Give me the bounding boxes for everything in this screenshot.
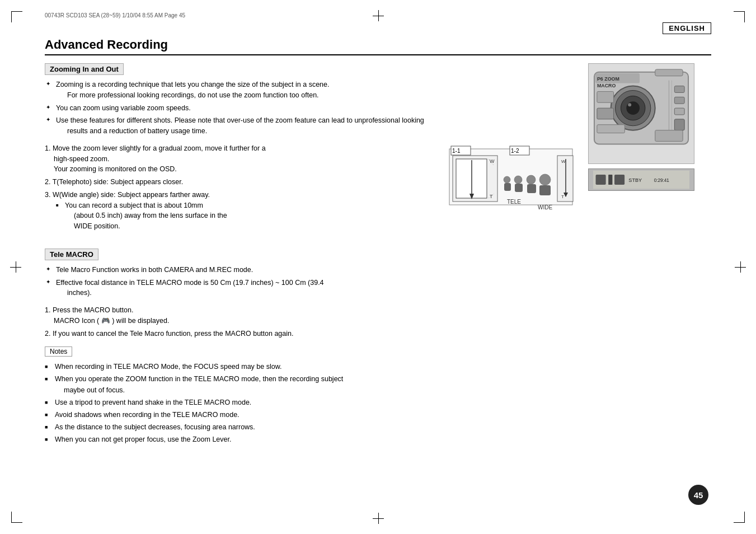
note-3: Use a tripod to prevent hand shake in th… [45,397,577,408]
zooming-bullets: Zooming is a recording technique that le… [45,79,577,137]
svg-rect-39 [674,108,684,115]
zoom-numbered-list: 1. Move the zoom lever slightly for a gr… [45,143,439,232]
lcd-svg: STBY 0:29:41 [593,170,689,190]
svg-text:TELE: TELE [507,199,521,205]
svg-text:W: W [561,159,566,164]
note-4: Avoid shadows when recording in the TELE… [45,409,577,420]
note-5: As the distance to the subject decreases… [45,421,577,433]
svg-text:T: T [561,194,564,199]
tele-macro-header: Tele MACRO [45,249,98,260]
note-1: When recording in TELE MACRO Mode, the F… [45,361,577,372]
svg-point-14 [514,176,522,184]
tele-macro-step-1: 1. Press the MACRO button. MACRO Icon ( … [45,305,577,326]
file-info: 00743R SCD103 SEA (28~59) 1/10/04 8:55 A… [45,12,185,18]
svg-text:T: T [490,194,493,199]
zoom-diagram-container: 1-1 1-2 W T [448,143,577,240]
zooming-header: Zooming In and Out [45,63,124,75]
svg-point-33 [628,103,631,106]
note-6: When you can not get proper focus, use t… [45,434,577,445]
tele-macro-step-2: 2. If you want to cancel the Tele Macro … [45,329,577,339]
zoom-bullet-3: Use these features for different shots. … [45,115,577,137]
zoom-bullet-1: Zooming is a recording technique that le… [45,79,577,101]
svg-rect-50 [608,175,612,185]
tele-macro-bullet-1: Tele Macro Function works in both CAMERA… [45,265,577,275]
tele-macro-bullet-2: Effective focal distance in TELE MACRO m… [45,278,577,299]
svg-text:1-2: 1-2 [511,148,519,154]
svg-point-32 [626,101,640,115]
page-number-badge: 45 [688,485,708,505]
svg-rect-19 [527,184,536,193]
svg-rect-37 [674,86,684,93]
svg-rect-17 [504,183,511,191]
language-badge: ENGLISH [663,22,711,34]
lcd-strip: STBY 0:29:41 [588,168,694,191]
tele-macro-section: Tele MACRO Tele Macro Function works in … [45,249,577,339]
svg-rect-45 [597,108,614,119]
svg-rect-49 [596,175,606,185]
svg-rect-40 [674,119,684,130]
notes-header: Notes [45,346,72,357]
svg-rect-46 [597,125,624,133]
svg-text:P6 ZOOM: P6 ZOOM [597,76,619,82]
svg-rect-47 [655,130,683,142]
svg-rect-18 [515,184,523,192]
notes-list: When recording in TELE MACRO Mode, the F… [45,361,577,445]
note-2: When you operate the ZOOM function in th… [45,373,577,396]
zoom-step-3: 3. W(Wide angle) side: Subject appears f… [45,190,439,232]
svg-point-16 [539,174,551,185]
notes-section: Notes When recording in TELE MACRO Mode,… [45,346,577,445]
zoom-bullet-2: You can zoom using variable zoom speeds. [45,103,577,114]
right-column: P6 ZOOM MACRO [588,63,711,451]
svg-rect-38 [674,97,684,104]
zoom-sub-item: You can record a subject that is about 1… [56,200,439,232]
zoom-step-2: 2. T(Telephoto) side: Subject appears cl… [45,177,439,188]
zooming-section: Zooming In and Out Zooming is a recordin… [45,63,577,240]
zoom-step-1: 1. Move the zoom lever slightly for a gr… [45,143,439,175]
svg-point-13 [504,176,510,183]
svg-rect-20 [539,185,551,195]
svg-rect-41 [655,69,683,76]
zoom-sub-list: You can record a subject that is about 1… [56,200,439,232]
left-column: Zooming In and Out Zooming is a recordin… [45,63,577,451]
tele-macro-bullets: Tele Macro Function works in both CAMERA… [45,265,577,298]
svg-text:WIDE: WIDE [538,204,552,210]
camera-svg: P6 ZOOM MACRO [589,64,694,163]
svg-text:0:29:41: 0:29:41 [654,178,670,183]
svg-rect-44 [597,91,614,102]
svg-text:1-1: 1-1 [452,148,461,154]
svg-text:STBY: STBY [628,177,642,183]
tele-macro-steps: 1. Press the MACRO button. MACRO Icon ( … [45,305,577,339]
svg-point-15 [527,175,536,184]
zoom-diagram-svg: 1-1 1-2 W T [448,143,577,210]
svg-rect-51 [614,175,624,185]
zooming-steps: 1. Move the zoom lever slightly for a gr… [45,143,439,240]
page-title: Advanced Recording [45,38,711,52]
svg-text:MACRO: MACRO [597,83,616,88]
camera-image: P6 ZOOM MACRO [588,63,694,164]
